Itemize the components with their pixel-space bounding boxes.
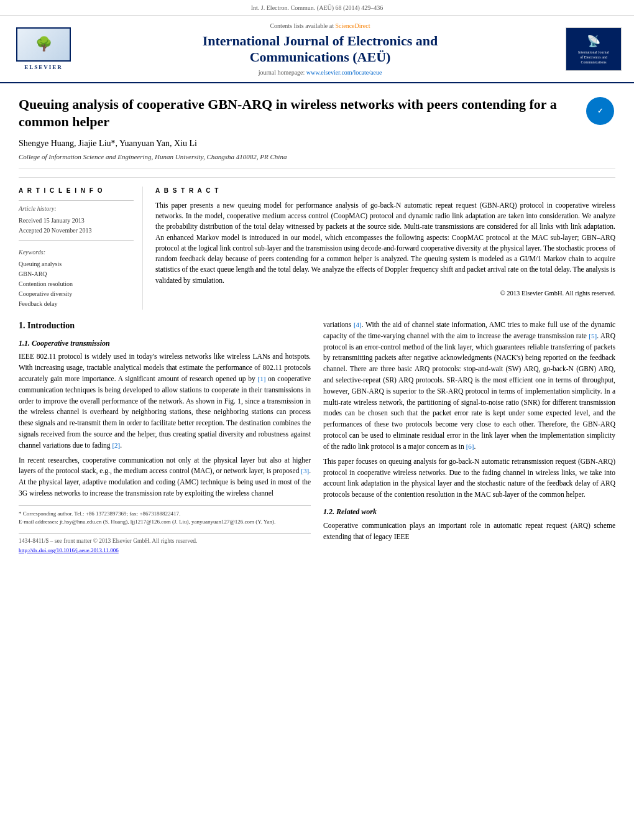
subsection2-title: 1.2. Related work — [323, 507, 615, 517]
keyword-3: Contention resolution — [19, 280, 134, 288]
right-para2: This paper focuses on queuing analysis f… — [323, 456, 615, 501]
article-affiliation: College of Information Science and Engin… — [19, 152, 572, 162]
article-title-text: Queuing analysis of cooperative GBN-ARQ … — [19, 96, 572, 162]
keyword-2: GBN-ARQ — [19, 270, 134, 279]
main-col-right: variations [4]. With the aid of channel … — [323, 320, 615, 555]
journal-top-bar: Int. J. Electron. Commun. (AEÜ) 68 (2014… — [0, 0, 634, 16]
footnote-corresponding: * Corresponding author. Tel.: +86 137238… — [19, 510, 311, 518]
contents-available-line: Contents lists available at ScienceDirec… — [87, 22, 553, 30]
journal-top-ref: Int. J. Electron. Commun. (AEÜ) 68 (2014… — [251, 4, 383, 12]
journal-title-center: Contents lists available at ScienceDirec… — [75, 22, 566, 77]
article-authors: Shengye Huang, Jiajie Liu*, Yuanyuan Yan… — [19, 137, 572, 150]
intro-section-title: 1. Introduction — [19, 320, 311, 332]
journal-right-logo: 📡 International Journalof Electronics an… — [566, 27, 622, 71]
copyright-line: © 2013 Elsevier GmbH. All rights reserve… — [155, 288, 615, 298]
received-date: Received 15 January 2013 — [19, 216, 134, 225]
article-info-header: A R T I C L E I N F O — [19, 187, 134, 195]
keyword-4: Cooperative diversity — [19, 290, 134, 298]
main-col-left: 1. Introduction 1.1. Cooperative transmi… — [19, 320, 311, 555]
history-label: Article history: — [19, 205, 134, 213]
contents-text: Contents lists available at — [270, 22, 333, 29]
right-para3: Cooperative communication plays an impor… — [323, 520, 615, 543]
journal-logo-text: International Journalof Electronics andC… — [578, 50, 609, 65]
crossmark-area: ✓ — [584, 96, 615, 127]
sciencedirect-link[interactable]: ScienceDirect — [335, 22, 370, 29]
issn-text: 1434-8411/$ – see front matter © 2013 El… — [19, 537, 197, 545]
journal-logo-icon: 📡 — [587, 34, 600, 49]
journal-header: 🌳 ELSEVIER Contents lists available at S… — [0, 16, 634, 83]
article-info-column: A R T I C L E I N F O Article history: R… — [19, 187, 143, 310]
keyword-5: Feedback delay — [19, 300, 134, 308]
page-wrapper: Int. J. Electron. Commun. (AEÜ) 68 (2014… — [0, 0, 634, 567]
elsevier-tree-icon: 🌳 — [35, 35, 52, 54]
info-abstract-section: A R T I C L E I N F O Article history: R… — [19, 177, 615, 310]
crossmark-badge[interactable]: ✓ — [586, 97, 614, 125]
intro-para2: In recent researches, cooperative commun… — [19, 455, 311, 499]
accepted-date: Accepted 20 November 2013 — [19, 226, 134, 235]
elsevier-logo: 🌳 ELSEVIER — [12, 27, 75, 72]
page-footer: 1434-8411/$ – see front matter © 2013 El… — [19, 533, 311, 545]
main-content: 1. Introduction 1.1. Cooperative transmi… — [19, 320, 615, 555]
article-title-section: Queuing analysis of cooperative GBN-ARQ … — [19, 96, 615, 168]
abstract-header: A B S T R A C T — [155, 187, 615, 195]
keywords-label: Keywords: — [19, 248, 134, 257]
footnotes-section: * Corresponding author. Tel.: +86 137238… — [19, 505, 311, 525]
elsevier-label: ELSEVIER — [24, 63, 63, 72]
abstract-text: This paper presents a new queuing model … — [155, 200, 615, 298]
right-para1: variations [4]. With the aid of channel … — [323, 320, 615, 453]
journal-homepage: journal homepage: www.elsevier.com/locat… — [87, 68, 553, 77]
subsection1-title: 1.1. Cooperative transmission — [19, 338, 311, 349]
intro-para1: IEEE 802.11 protocol is widely used in t… — [19, 351, 311, 451]
elsevier-tree-box: 🌳 — [16, 27, 71, 62]
keyword-1: Queuing analysis — [19, 260, 134, 269]
footnote-emails: E-mail addresses: jt.hsy@hnu.edu.cn (S. … — [19, 518, 311, 526]
keywords-section: Keywords: Queuing analysis GBN-ARQ Conte… — [19, 248, 134, 308]
homepage-url[interactable]: www.elsevier.com/locate/aeue — [306, 69, 382, 76]
doi-link[interactable]: http://dx.doi.org/10.1016/j.aeue.2013.11… — [19, 547, 119, 553]
article-container: Queuing analysis of cooperative GBN-ARQ … — [0, 83, 634, 567]
abstract-column: A B S T R A C T This paper presents a ne… — [155, 187, 615, 310]
journal-full-title: International Journal of Electronics and… — [87, 33, 553, 66]
article-title: Queuing analysis of cooperative GBN-ARQ … — [19, 96, 572, 131]
crossmark-icon: ✓ — [597, 106, 603, 116]
